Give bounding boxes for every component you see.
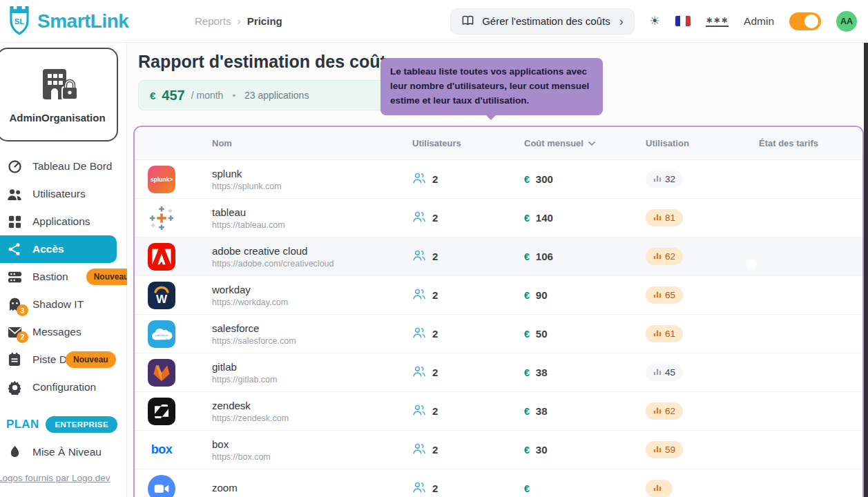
column-header-utilisation[interactable]: Utilisation — [646, 138, 759, 148]
sidebar: AdminOrganisation Tableau De Bord Utilis… — [0, 43, 127, 497]
app-url: https://tableau.com — [212, 220, 412, 230]
monthly-cost: 30 — [536, 444, 548, 456]
users-count: 2 — [432, 328, 438, 340]
users-count: 2 — [432, 212, 438, 224]
app-name: adobe creative cloud — [212, 245, 412, 257]
ghost-icon: 3 — [6, 298, 23, 311]
sidebar-item-bastion[interactable]: Bastion Nouveau — [0, 263, 117, 291]
splunk-logo: splunk> — [148, 166, 175, 193]
avatar[interactable]: AA — [836, 11, 857, 32]
euro-icon: € — [524, 251, 530, 262]
manage-costs-label: Gérer l'estimation des coûts — [482, 15, 610, 27]
app-url: https://splunk.com — [212, 182, 412, 191]
users-count: 2 — [432, 251, 438, 262]
table-row-splunk[interactable]: splunk> splunk https://splunk.com 2 € 30… — [135, 160, 862, 199]
app-name: tableau — [212, 206, 412, 218]
users-count: 2 — [432, 405, 438, 417]
app-name: splunk — [212, 168, 412, 179]
logos-credit-link[interactable]: Logos fournis par Logo.dev — [0, 473, 126, 483]
usage-badge: 65 — [646, 286, 683, 304]
zoom-logo — [148, 475, 175, 497]
monthly-cost: 90 — [536, 289, 548, 301]
manage-costs-button[interactable]: Gérer l'estimation des coûts › — [450, 8, 634, 35]
euro-icon: € — [524, 213, 530, 224]
column-header-utilisateurs[interactable]: Utilisateurs — [412, 138, 524, 148]
svg-text:W: W — [156, 293, 168, 306]
app-name: zoom — [212, 482, 412, 494]
table-row-tableau[interactable]: tableau https://tableau.com 2 € 140 81 — [135, 199, 862, 237]
usage-badge: 62 — [646, 402, 683, 420]
sidebar-item-applications[interactable]: Applications — [0, 208, 117, 235]
usage-badge: 81 — [646, 209, 683, 226]
sidebar-item-shadow-it[interactable]: 3 Shadow IT — [0, 291, 117, 318]
sidebar-item-piste-d-audit[interactable]: Piste D'audit Nouveau — [0, 346, 117, 373]
workday-logo: W — [148, 282, 175, 309]
sidebar-item-utilisateurs[interactable]: Utilisateurs — [0, 180, 117, 208]
app-url: https://salesforce.com — [212, 336, 412, 346]
password-dots-icon[interactable]: ∗∗∗ — [706, 16, 729, 27]
sidebar-item-configuration[interactable]: Configuration — [0, 373, 117, 401]
sidebar-item-label: Utilisateurs — [32, 188, 86, 200]
sidebar-item-acces[interactable]: Accès — [0, 235, 117, 263]
table-row-salesforce[interactable]: salesforce salesforce https://salesforce… — [135, 315, 862, 353]
organization-card[interactable]: AdminOrganisation — [0, 48, 118, 142]
sidebar-item-label: Tableau De Bord — [32, 160, 112, 173]
grid-icon — [6, 215, 23, 228]
book-icon — [461, 14, 474, 28]
toggle-knob — [761, 375, 772, 386]
tableau-logo — [148, 204, 175, 232]
adobe-logo — [148, 243, 175, 271]
users-icon — [412, 481, 426, 496]
theme-sun-icon[interactable]: ☀ — [650, 14, 660, 28]
column-header-cout-mensuel[interactable]: Coût mensuel — [524, 138, 646, 148]
monthly-cost: 140 — [536, 212, 553, 224]
table-header-row: Nom Utilisateurs Coût mensuel Utilisatio… — [135, 127, 862, 160]
gitlab-logo — [148, 359, 175, 387]
breadcrumb-reports[interactable]: Reports — [195, 15, 231, 27]
table-row-box[interactable]: box box https://box.com 2 € 30 59 — [135, 431, 862, 469]
notification-count-badge: 3 — [17, 304, 28, 316]
bar-chart-icon — [653, 213, 662, 223]
euro-icon: € — [524, 290, 530, 301]
table-row-zoom[interactable]: zoom 2 € — [135, 469, 862, 497]
users-icon — [6, 188, 23, 201]
sidebar-item-messages[interactable]: 2 Messages — [0, 318, 117, 346]
monthly-cost: 106 — [536, 251, 553, 262]
sidebar-item-label: Configuration — [32, 381, 96, 393]
gauge-icon — [6, 159, 23, 174]
column-header-etat-des-tarifs[interactable]: État des tarifs — [759, 138, 862, 148]
sort-chevron-down-icon — [588, 138, 596, 148]
app-name: box — [212, 438, 412, 450]
euro-icon: € — [524, 445, 530, 456]
users-icon — [412, 404, 426, 419]
sidebar-item-upgrade[interactable]: Mise À Niveau — [0, 438, 117, 466]
app-url: https://workday.com — [212, 298, 412, 307]
sidebar-item-tableau-de-bord[interactable]: Tableau De Bord — [0, 153, 117, 180]
brand-logo[interactable]: SL SmartLink — [6, 5, 195, 38]
euro-icon: € — [524, 329, 530, 340]
scrollbar[interactable] — [864, 43, 868, 497]
bar-chart-icon — [653, 483, 662, 494]
zendesk-logo — [148, 398, 175, 425]
users-count: 2 — [432, 367, 438, 378]
table-row-workday[interactable]: W workday https://workday.com 2 € 90 65 — [135, 276, 862, 315]
monthly-cost: 38 — [536, 367, 548, 378]
admin-toggle[interactable] — [789, 12, 821, 30]
french-flag-icon[interactable] — [675, 16, 691, 26]
audit-icon — [6, 353, 23, 367]
euro-icon: € — [524, 367, 530, 378]
table-row-adobe-creative-cloud[interactable]: adobe creative cloud https://adobe.com/c… — [135, 237, 862, 276]
users-count: 2 — [432, 173, 438, 185]
euro-icon: € — [524, 483, 530, 494]
chevron-right-icon: › — [619, 15, 624, 28]
column-header-nom[interactable]: Nom — [212, 138, 412, 148]
bar-chart-icon — [653, 406, 662, 416]
svg-text:SL: SL — [15, 17, 25, 26]
app-name: gitlab — [212, 361, 412, 373]
server-icon — [6, 271, 23, 284]
table-row-zendesk[interactable]: zendesk https://zendesk.com 2 € 38 62 — [135, 392, 862, 431]
users-icon — [412, 211, 426, 226]
sidebar-item-label: Bastion — [32, 271, 68, 283]
shield-logo-icon: SL — [6, 5, 33, 38]
table-row-gitlab[interactable]: gitlab https://gitlab.com 2 € 38 45 — [135, 353, 862, 392]
